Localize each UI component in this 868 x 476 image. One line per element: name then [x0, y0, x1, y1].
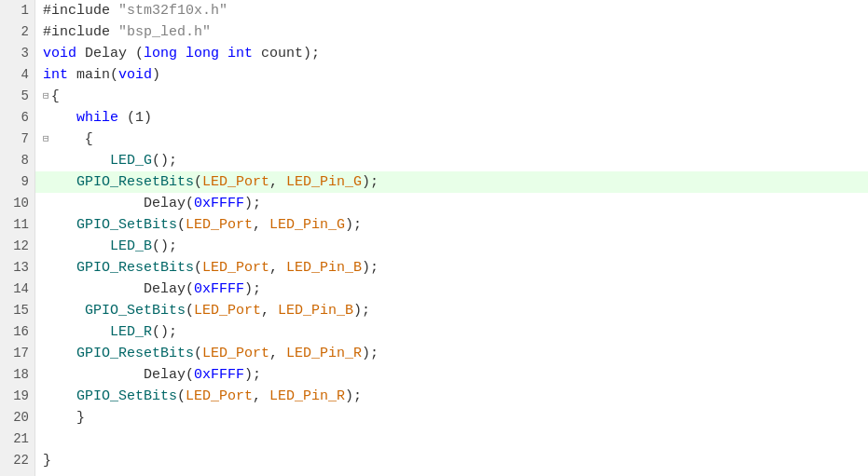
- normal-token: [43, 321, 110, 343]
- code-line: LED_B();: [35, 236, 868, 257]
- param-token: LED_Pin_B: [286, 257, 362, 279]
- line-numbers: 12345678910111213141516171819202122: [0, 0, 35, 476]
- line-number: 3: [0, 43, 34, 64]
- normal-token: ,: [269, 171, 286, 193]
- line-number: 22: [0, 450, 34, 471]
- normal-token: ,: [253, 386, 269, 407]
- normal-token: [43, 236, 110, 257]
- line-number: 20: [0, 407, 34, 428]
- code-editor: 12345678910111213141516171819202122 #inc…: [0, 0, 868, 476]
- normal-token: );: [362, 171, 379, 193]
- normal-token: );: [353, 300, 370, 321]
- normal-token: {: [51, 129, 93, 150]
- code-line: }: [35, 450, 868, 471]
- param-token: LED_Port: [186, 386, 253, 407]
- normal-token: ,: [261, 300, 278, 321]
- line-number: 10: [0, 193, 34, 214]
- normal-token: (: [194, 343, 202, 364]
- normal-token: (: [177, 386, 186, 407]
- code-line: GPIO_SetBits(LED_Port, LED_Pin_R);: [35, 386, 868, 407]
- line-number: 6: [0, 107, 34, 129]
- fn-token: GPIO_ResetBits: [76, 171, 194, 193]
- normal-token: [43, 107, 76, 129]
- normal-token: main(: [68, 64, 118, 86]
- normal-token: (: [186, 300, 194, 321]
- normal-token: [43, 214, 76, 236]
- kw-token: long: [144, 43, 177, 64]
- normal-token: );: [244, 193, 261, 214]
- normal-token: [43, 150, 110, 171]
- code-line: while (1): [35, 107, 868, 129]
- normal-token: );: [362, 257, 379, 279]
- line-number: 2: [0, 21, 34, 43]
- normal-token: }: [43, 407, 85, 428]
- normal-token: }: [43, 450, 51, 471]
- normal-token: );: [244, 364, 261, 386]
- fn-token: LED_G: [110, 150, 152, 171]
- normal-token: [43, 257, 76, 279]
- code-line: LED_R();: [35, 321, 868, 343]
- normal-token: (: [177, 214, 186, 236]
- line-number: 5: [0, 86, 34, 107]
- fn-token: GPIO_SetBits: [76, 214, 177, 236]
- code-line: GPIO_SetBits(LED_Port, LED_Pin_B);: [35, 300, 868, 321]
- code-line: int main(void): [35, 64, 868, 86]
- normal-token: count);: [253, 43, 320, 64]
- line-number: 1: [0, 0, 34, 21]
- param-token: LED_Pin_G: [269, 214, 345, 236]
- line-number: 17: [0, 343, 34, 364]
- hex-token: 0xFFFF: [194, 279, 244, 300]
- normal-token: Delay (: [76, 43, 144, 64]
- code-line: Delay(0xFFFF);: [35, 364, 868, 386]
- code-line: #include "stm32f10x.h": [35, 0, 868, 21]
- line-number: 9: [0, 171, 34, 193]
- kw-token: void: [118, 64, 152, 86]
- fn-token: GPIO_ResetBits: [76, 257, 194, 279]
- normal-token: {: [51, 86, 60, 107]
- normal-token: ,: [269, 343, 286, 364]
- kw-token: int: [227, 43, 253, 64]
- param-token: LED_Port: [202, 171, 269, 193]
- line-number: 8: [0, 150, 34, 171]
- include-path-token: "bsp_led.h": [118, 21, 211, 43]
- fn-token: GPIO_SetBits: [76, 386, 177, 407]
- fn-token: LED_B: [110, 236, 152, 257]
- code-line: }: [35, 407, 868, 428]
- code-line: [35, 428, 868, 450]
- normal-token: Delay(: [43, 279, 194, 300]
- param-token: LED_Pin_R: [286, 343, 362, 364]
- param-token: LED_Port: [194, 300, 261, 321]
- fold-token: ⊟: [43, 129, 49, 150]
- kw-token: while: [76, 107, 118, 129]
- code-line: GPIO_ResetBits(LED_Port, LED_Pin_R);: [35, 343, 868, 364]
- line-number: 13: [0, 257, 34, 279]
- hex-token: 0xFFFF: [194, 193, 244, 214]
- code-line: void Delay (long long int count);: [35, 43, 868, 64]
- normal-token: (1): [118, 107, 152, 129]
- normal-token: (: [194, 171, 202, 193]
- code-content[interactable]: #include "stm32f10x.h"#include "bsp_led.…: [35, 0, 868, 476]
- normal-token: [219, 43, 227, 64]
- kw-token: void: [43, 43, 76, 64]
- fn-token: LED_R: [110, 321, 152, 343]
- normal-token: [43, 171, 76, 193]
- code-line: Delay(0xFFFF);: [35, 279, 868, 300]
- fn-token: GPIO_ResetBits: [76, 343, 194, 364]
- line-number: 11: [0, 214, 34, 236]
- line-number: 15: [0, 300, 34, 321]
- param-token: LED_Port: [186, 214, 253, 236]
- code-line: #include "bsp_led.h": [35, 21, 868, 43]
- normal-token: [177, 43, 186, 64]
- normal-token: (: [194, 257, 202, 279]
- line-number: 19: [0, 386, 34, 407]
- normal-token: ();: [152, 150, 177, 171]
- code-line: ⊟ {: [35, 129, 868, 150]
- hex-token: 0xFFFF: [194, 364, 244, 386]
- code-line: GPIO_ResetBits(LED_Port, LED_Pin_G);: [35, 171, 868, 193]
- normal-token: [43, 386, 76, 407]
- normal-token: #include: [43, 0, 118, 21]
- normal-token: Delay(: [43, 193, 194, 214]
- line-number: 14: [0, 279, 34, 300]
- code-line: GPIO_ResetBits(LED_Port, LED_Pin_B);: [35, 257, 868, 279]
- normal-token: ,: [269, 257, 286, 279]
